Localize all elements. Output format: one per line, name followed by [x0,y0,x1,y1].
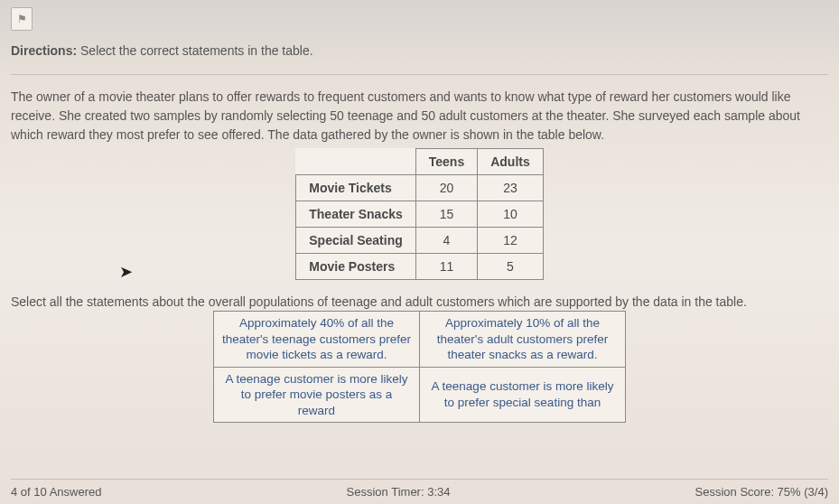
flag-button[interactable]: ⚑ [11,7,33,31]
cell-value: 11 [415,254,477,280]
answer-grid: Approximately 40% of all the theater's t… [213,311,626,423]
col-header-adults: Adults [478,149,544,175]
answer-option-d[interactable]: A teenage customer is more likely to pre… [420,367,626,423]
progress-text: 4 of 10 Answered [11,485,101,499]
cell-value: 5 [478,254,544,280]
answer-option-a[interactable]: Approximately 40% of all the theater's t… [214,312,420,368]
directions-label: Directions: [11,43,77,58]
cell-value: 10 [478,201,544,228]
directions-text: Select the correct statements in the tab… [80,43,313,58]
cell-value: 15 [415,201,477,228]
row-label: Theater Snacks [296,201,416,228]
divider-top [11,74,828,75]
cell-value: 23 [478,175,544,201]
mouse-cursor-icon: ➤ [119,262,133,282]
table-row: Special Seating 4 12 [296,228,544,254]
row-label: Movie Posters [296,254,416,280]
question-passage: The owner of a movie theater plans to of… [11,88,828,145]
cell-value: 20 [415,175,477,201]
col-header-teens: Teens [415,149,477,175]
data-table: Teens Adults Movie Tickets 20 23 Theater… [295,148,544,280]
answer-option-b[interactable]: Approximately 10% of all the theater's a… [420,312,626,368]
flag-icon: ⚑ [17,13,27,25]
directions-line: Directions: Select the correct statement… [11,43,828,58]
session-timer: Session Timer: 3:34 [347,485,451,499]
table-row: Movie Posters 11 5 [296,254,544,280]
session-score: Session Score: 75% (3/4) [695,485,828,499]
cell-value: 12 [478,228,544,254]
footer-bar: 4 of 10 Answered Session Timer: 3:34 Ses… [11,479,828,499]
table-corner [296,149,416,175]
row-label: Special Seating [296,228,416,254]
table-row: Movie Tickets 20 23 [296,175,544,201]
table-row: Theater Snacks 15 10 [296,201,544,228]
select-prompt: Select all the statements about the over… [11,294,828,309]
cell-value: 4 [415,228,477,254]
answer-option-c[interactable]: A teenage customer is more likely to pre… [214,367,420,423]
row-label: Movie Tickets [296,175,416,201]
